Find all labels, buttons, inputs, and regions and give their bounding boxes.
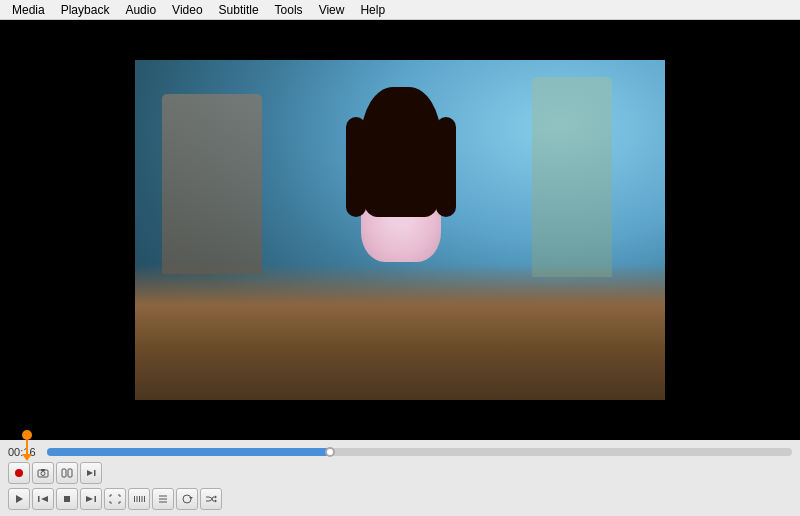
menu-item-subtitle[interactable]: Subtitle xyxy=(211,1,267,19)
svg-rect-18 xyxy=(144,496,145,502)
svg-rect-1 xyxy=(38,470,48,477)
menu-item-help[interactable]: Help xyxy=(352,1,393,19)
menu-bar: MediaPlaybackAudioVideoSubtitleToolsView… xyxy=(0,0,800,20)
svg-marker-27 xyxy=(215,496,217,499)
playlist-button[interactable] xyxy=(152,488,174,510)
skip-forward-button[interactable] xyxy=(80,488,102,510)
controls-row1 xyxy=(0,460,800,486)
seek-bar-fill xyxy=(47,448,330,456)
snapshot-button[interactable] xyxy=(32,462,54,484)
svg-marker-22 xyxy=(189,497,193,499)
extend-button[interactable] xyxy=(128,488,150,510)
svg-marker-13 xyxy=(86,496,93,502)
loop-ab-button[interactable] xyxy=(56,462,78,484)
svg-rect-12 xyxy=(95,496,97,502)
video-frame xyxy=(135,60,665,400)
menu-item-tools[interactable]: Tools xyxy=(267,1,311,19)
seek-bar[interactable] xyxy=(47,448,792,456)
svg-rect-14 xyxy=(134,496,135,502)
seek-row: 00:16 xyxy=(0,444,800,460)
controls-row2 xyxy=(0,486,800,512)
svg-rect-3 xyxy=(41,469,45,471)
svg-rect-4 xyxy=(62,469,66,477)
skip-back-button[interactable] xyxy=(32,488,54,510)
svg-point-0 xyxy=(15,469,23,477)
fullscreen-button[interactable] xyxy=(104,488,126,510)
menu-item-video[interactable]: Video xyxy=(164,1,210,19)
svg-marker-8 xyxy=(16,495,23,503)
step-forward-button[interactable] xyxy=(80,462,102,484)
svg-rect-16 xyxy=(139,496,140,502)
seek-handle[interactable] xyxy=(325,447,335,457)
playhead-marker xyxy=(22,430,32,461)
svg-rect-5 xyxy=(68,469,72,477)
menu-item-audio[interactable]: Audio xyxy=(117,1,164,19)
loop-button[interactable] xyxy=(176,488,198,510)
svg-rect-9 xyxy=(38,496,40,502)
menu-item-media[interactable]: Media xyxy=(4,1,53,19)
menu-item-playback[interactable]: Playback xyxy=(53,1,118,19)
timeline-area: 00:16 xyxy=(0,440,800,516)
menu-item-view[interactable]: View xyxy=(311,1,353,19)
play-button[interactable] xyxy=(8,488,30,510)
video-area xyxy=(0,20,800,440)
svg-marker-6 xyxy=(87,470,93,476)
svg-marker-10 xyxy=(41,496,48,502)
svg-rect-17 xyxy=(142,496,143,502)
svg-marker-28 xyxy=(215,500,217,503)
random-button[interactable] xyxy=(200,488,222,510)
svg-point-2 xyxy=(41,472,45,476)
stop-button[interactable] xyxy=(56,488,78,510)
svg-rect-15 xyxy=(137,496,138,502)
svg-rect-7 xyxy=(94,470,96,476)
record-button[interactable] xyxy=(8,462,30,484)
svg-rect-11 xyxy=(64,496,70,502)
